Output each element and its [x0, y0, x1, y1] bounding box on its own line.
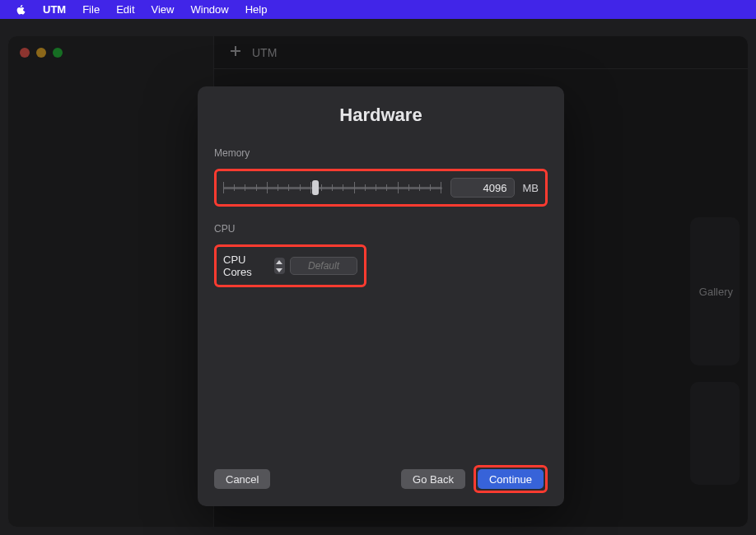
memory-unit: MB — [523, 182, 539, 194]
memory-row: MB — [223, 178, 539, 198]
menubar-item-view[interactable]: View — [152, 3, 175, 16]
menubar-item-file[interactable]: File — [82, 3, 100, 16]
sheet-title: Hardware — [214, 105, 548, 126]
gallery-card[interactable]: Gallery — [690, 217, 740, 365]
go-back-button[interactable]: Go Back — [401, 469, 465, 489]
minimize-window-button[interactable] — [36, 48, 46, 58]
memory-section-label: Memory — [214, 147, 548, 159]
sheet-button-row: Cancel Go Back Continue — [214, 465, 548, 493]
continue-button[interactable]: Continue — [478, 469, 544, 489]
traffic-lights — [20, 48, 202, 58]
zoom-window-button[interactable] — [53, 48, 63, 58]
cpu-cores-input[interactable] — [290, 257, 357, 275]
memory-highlight: MB — [214, 169, 548, 207]
memory-input[interactable] — [450, 178, 515, 198]
memory-slider-thumb[interactable] — [312, 180, 319, 195]
cpu-cores-stepper[interactable] — [274, 258, 286, 274]
menubar-item-edit[interactable]: Edit — [116, 3, 134, 16]
chevron-up-icon[interactable] — [274, 258, 286, 266]
cancel-button[interactable]: Cancel — [214, 469, 270, 489]
chevron-down-icon[interactable] — [274, 266, 286, 274]
toolbar: UTM — [214, 36, 748, 69]
macos-menubar: UTM File Edit View Window Help — [0, 0, 756, 19]
sidebar — [8, 36, 214, 527]
secondary-card[interactable] — [690, 382, 740, 485]
memory-slider[interactable] — [223, 178, 442, 198]
toolbar-title: UTM — [252, 46, 277, 59]
cpu-row: CPU Cores — [223, 254, 357, 278]
menubar-app-name[interactable]: UTM — [43, 3, 66, 16]
cpu-highlight: CPU Cores — [214, 244, 366, 287]
menubar-item-help[interactable]: Help — [245, 3, 268, 16]
gallery-card-label: Gallery — [699, 286, 733, 298]
close-window-button[interactable] — [20, 48, 30, 58]
apple-logo-icon[interactable] — [15, 4, 26, 16]
cpu-section-label: CPU — [214, 223, 548, 235]
hardware-sheet: Hardware Memory MB CPU CPU Cores — [198, 86, 564, 506]
continue-highlight: Continue — [474, 465, 548, 493]
new-vm-button[interactable] — [229, 44, 242, 61]
cpu-cores-label: CPU Cores — [223, 254, 269, 278]
menubar-item-window[interactable]: Window — [190, 3, 228, 16]
